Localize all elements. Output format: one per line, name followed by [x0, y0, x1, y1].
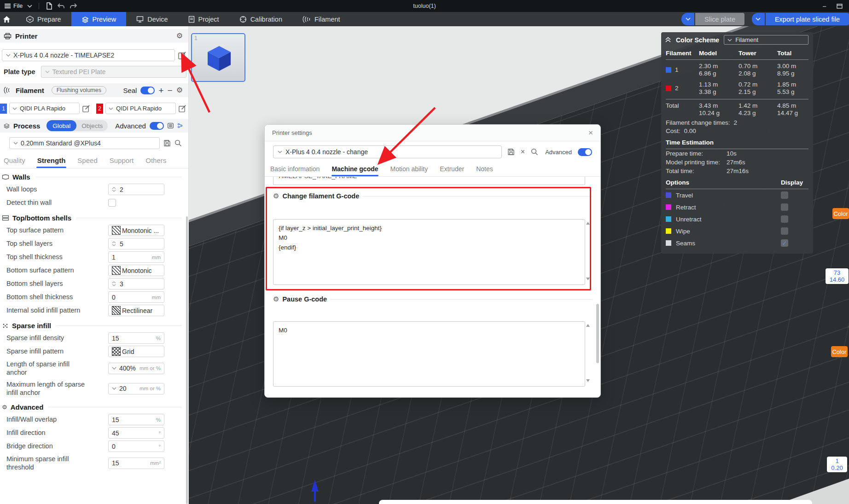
color-scheme-select[interactable]: Filament — [724, 35, 808, 45]
layer-range-badge-top[interactable]: 73 14.60 — [826, 268, 849, 284]
edit-filament-2-icon[interactable] — [178, 104, 186, 113]
top-shell-layers-input[interactable]: 5 — [108, 238, 164, 249]
tab-prepare[interactable]: Prepare — [16, 12, 71, 26]
infill-direction-input[interactable]: 45° — [108, 427, 164, 439]
sparse-infill-density-input[interactable]: 15% — [108, 332, 164, 344]
undo-icon[interactable] — [57, 3, 65, 9]
printer-settings-dialog: Printer settings × X-Plus 4 0.4 nozzle -… — [264, 124, 601, 398]
tab-motion-ability[interactable]: Motion ability — [390, 162, 428, 176]
search-parameters-icon[interactable] — [174, 139, 182, 147]
slice-plate-dropdown[interactable] — [681, 13, 694, 25]
tab-speed[interactable]: Speed — [77, 155, 97, 168]
tab-preview[interactable]: Preview — [71, 12, 127, 26]
anchor-max-length-select[interactable]: 20mm or % — [108, 383, 164, 394]
tab-device[interactable]: Device — [126, 12, 178, 26]
tab-notes[interactable]: Notes — [476, 162, 493, 176]
minimize-button[interactable]: − — [822, 2, 826, 10]
tab-extruder[interactable]: Extruder — [440, 162, 464, 176]
maximize-button[interactable] — [837, 4, 843, 9]
bottom-shell-layers-input[interactable]: 3 — [108, 278, 164, 290]
advanced-toggle[interactable] — [150, 122, 164, 130]
unretract-display-checkbox[interactable] — [781, 215, 788, 223]
scope-objects-button[interactable]: Objects — [76, 122, 108, 129]
remove-filament-button[interactable]: − — [168, 86, 173, 95]
top-shell-thickness-input[interactable]: 1mm — [108, 251, 164, 263]
scroll-down-icon[interactable] — [586, 278, 590, 280]
infill-wall-overlap-input[interactable]: 15% — [108, 414, 164, 425]
filament-1-select[interactable]: QIDI PLA Rapido — [9, 103, 80, 114]
file-menu[interactable]: File — [5, 3, 23, 9]
save-preset-icon[interactable] — [163, 139, 171, 147]
seal-toggle[interactable] — [140, 87, 155, 94]
layer-range-badge-bottom[interactable]: 1 0.20 — [827, 457, 847, 472]
anchor-length-select[interactable]: 400%mm or % — [108, 363, 164, 374]
tab-machine-gcode[interactable]: Machine gcode — [331, 162, 378, 176]
compare-parameters-icon[interactable] — [177, 122, 183, 129]
bridge-direction-input[interactable]: 0° — [108, 440, 164, 452]
min-sparse-threshold-input[interactable]: 15mm² — [108, 458, 164, 469]
tab-basic-information[interactable]: Basic information — [270, 162, 320, 176]
tab-project[interactable]: Project — [178, 12, 229, 26]
horizontal-layer-slider[interactable] — [379, 500, 812, 504]
chevron-down-icon[interactable] — [27, 5, 32, 8]
scroll-down-icon[interactable] — [586, 379, 590, 382]
collapse-icon[interactable] — [665, 37, 671, 43]
spinner-arrows[interactable] — [112, 241, 116, 246]
printer-settings-gear-icon[interactable]: ⚙ — [176, 32, 183, 40]
wipe-display-checkbox[interactable] — [781, 227, 788, 235]
spinner-arrows[interactable] — [112, 187, 116, 192]
layer-color-badge-bottom[interactable]: Color — [831, 346, 848, 357]
scroll-up-icon[interactable] — [586, 324, 590, 327]
seams-display-checkbox[interactable]: ✓ — [781, 239, 788, 247]
dialog-titlebar[interactable]: Printer settings × — [265, 125, 600, 141]
plate-type-select[interactable]: Textured PEI Plate — [41, 66, 187, 78]
bottom-surface-pattern-select[interactable]: Monotonic — [108, 265, 164, 276]
dialog-printer-preset-select[interactable]: X-Plus 4 0.4 nozzle - change — [273, 145, 502, 158]
search-icon[interactable] — [531, 148, 538, 156]
edit-printer-icon[interactable] — [178, 51, 186, 60]
layer-height: 14.60 — [828, 276, 846, 283]
retract-display-checkbox[interactable] — [781, 203, 788, 211]
export-sliced-file-button[interactable]: Export plate sliced file — [766, 13, 849, 25]
pause-gcode-textarea[interactable]: M0 — [273, 321, 585, 387]
scope-global-button[interactable]: Global — [47, 120, 76, 131]
save-preset-icon[interactable] — [507, 148, 515, 156]
layer-color-badge-top[interactable]: Color — [832, 208, 849, 219]
flushing-volumes-button[interactable]: Flushing volumes — [52, 86, 106, 94]
process-preset-select[interactable]: 0.20mm Standard @XPlus4 — [9, 137, 160, 149]
tab-filament[interactable]: Filament — [292, 12, 350, 26]
slice-plate-button[interactable]: Slice plate — [695, 13, 744, 25]
tab-quality[interactable]: Quality — [4, 155, 25, 168]
travel-display-checkbox[interactable] — [781, 191, 788, 199]
filament-2-select[interactable]: QIDI PLA Rapido — [105, 103, 176, 114]
filament-settings-gear-icon[interactable]: ⚙ — [176, 87, 183, 94]
dialog-close-icon[interactable]: × — [588, 128, 593, 138]
tab-others[interactable]: Others — [145, 155, 166, 168]
add-filament-button[interactable]: + — [158, 86, 163, 95]
top-surface-pattern-select[interactable]: Monotonic ... — [108, 225, 164, 236]
printer-preset-select[interactable]: X-Plus 4 0.4 nozzle - TIMELAPSE2 — [2, 49, 175, 61]
sparse-infill-pattern-select[interactable]: Grid — [108, 346, 164, 357]
new-file-icon[interactable] — [46, 2, 52, 10]
wall-loops-input[interactable]: 2 — [108, 184, 164, 195]
internal-solid-infill-pattern-select[interactable]: Rectilinear — [108, 305, 164, 316]
scroll-up-icon[interactable] — [586, 222, 590, 225]
clipped-gcode-field[interactable]: TIMELAPSE_TAKE_FRAME — [273, 177, 585, 185]
sidebar-scrollbar[interactable] — [186, 216, 188, 504]
delete-preset-icon[interactable]: × — [521, 148, 525, 156]
change-filament-gcode-textarea[interactable]: {if layer_z > initial_layer_print_height… — [273, 219, 585, 285]
dialog-scrollbar[interactable] — [596, 304, 599, 363]
dialog-advanced-toggle[interactable] — [578, 148, 592, 156]
bottom-shell-thickness-input[interactable]: 0mm — [108, 291, 164, 303]
edit-filament-1-icon[interactable] — [82, 104, 90, 113]
tab-support[interactable]: Support — [110, 155, 134, 168]
tab-strength[interactable]: Strength — [37, 155, 66, 168]
export-dropdown[interactable] — [752, 13, 765, 25]
detect-thin-wall-checkbox[interactable] — [108, 199, 116, 207]
plate-thumbnail[interactable]: 1 — [191, 33, 245, 82]
spinner-arrows[interactable] — [112, 281, 116, 286]
home-button[interactable] — [0, 12, 16, 26]
list-view-icon[interactable] — [168, 122, 174, 129]
redo-icon[interactable] — [70, 3, 77, 9]
tab-calibration[interactable]: Calibration — [229, 12, 292, 26]
